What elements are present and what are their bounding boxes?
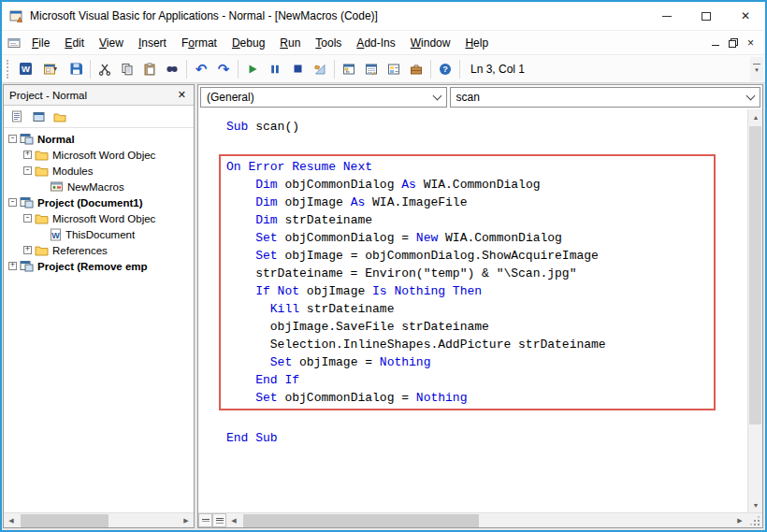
collapse-icon[interactable]: - (23, 214, 32, 223)
close-button[interactable]: ✕ (726, 2, 765, 30)
menu-edit[interactable]: Edit (57, 33, 92, 53)
design-mode-button[interactable] (309, 58, 331, 80)
undo-button[interactable]: ↶ (190, 58, 212, 80)
help-button[interactable]: ? (434, 58, 456, 80)
menu-insert[interactable]: Insert (131, 33, 174, 53)
code-window-hscrollbar: ◀ ▶ (198, 512, 762, 527)
object-dropdown[interactable]: (General) (200, 87, 447, 108)
menu-tools[interactable]: Tools (308, 33, 349, 53)
tree-item-normal[interactable]: -Normal (6, 131, 194, 147)
vscroll-thumb[interactable] (749, 126, 761, 424)
toolbar-overflow-button[interactable]: ▾ (750, 57, 763, 81)
redo-button[interactable]: ↷ (212, 58, 235, 80)
code-block: Sub scan() (226, 118, 744, 153)
toggle-folders-button[interactable] (51, 108, 69, 125)
reset-button[interactable] (286, 58, 309, 80)
project-tree[interactable]: -Normal+Microsoft Word Objec-ModulesNewM… (4, 128, 194, 512)
menu-window[interactable]: Window (403, 33, 458, 53)
undo-icon: ↶ (195, 62, 208, 76)
menu-file[interactable]: File (24, 33, 57, 53)
scroll-up-button[interactable]: ▲ (748, 109, 763, 124)
menu-run[interactable]: Run (272, 33, 308, 53)
code-keyword: Nothing (380, 355, 431, 369)
code-keyword: Dim (255, 195, 277, 209)
properties-window-button[interactable] (360, 58, 383, 80)
procedure-dropdown[interactable]: scan (450, 87, 760, 108)
procedure-view-button[interactable] (198, 513, 212, 527)
paste-button[interactable] (138, 58, 161, 80)
scroll-left-button[interactable]: ◀ (226, 513, 241, 528)
scroll-left-button[interactable]: ◀ (4, 513, 19, 528)
mdi-restore-button[interactable] (729, 38, 738, 48)
vscroll-track[interactable] (748, 124, 762, 497)
run-button[interactable] (241, 58, 264, 80)
maximize-icon (702, 12, 711, 21)
resize-grip[interactable] (747, 513, 762, 528)
toolbox-button[interactable] (405, 58, 427, 80)
view-word-button[interactable]: W (14, 58, 36, 80)
tree-item-label: Project (Document1) (37, 197, 142, 208)
find-button[interactable] (161, 58, 183, 80)
full-module-view-button[interactable] (212, 513, 226, 527)
code-line: Dim objImage As WIA.ImageFile (226, 194, 714, 211)
menu-help[interactable]: Help (457, 33, 496, 53)
code-keyword: Dim (255, 213, 277, 227)
save-button[interactable] (65, 58, 87, 80)
tree-item-newmacros[interactable]: NewMacros (6, 179, 194, 194)
copy-button[interactable] (116, 58, 138, 80)
worddoc-icon: W (50, 228, 62, 241)
object-browser-button[interactable] (383, 58, 405, 80)
expand-icon[interactable]: + (23, 151, 32, 159)
scroll-right-button[interactable]: ▶ (179, 513, 194, 528)
dropdown-chevron-icon: ▾ (53, 65, 57, 73)
mdi-restore-icon (729, 38, 738, 48)
toolbar-grip[interactable] (7, 60, 10, 79)
menu-bar: FileEditViewInsertFormatDebugRunToolsAdd… (2, 30, 765, 54)
tree-item-references[interactable]: +References (6, 242, 194, 258)
mdi-close-button[interactable]: × (747, 36, 754, 50)
mdi-minimize-button[interactable] (712, 39, 719, 46)
insert-userform-button[interactable]: ▾ (36, 58, 65, 80)
expand-icon[interactable]: + (8, 262, 17, 270)
break-button[interactable] (264, 58, 286, 80)
vertical-scrollbar[interactable]: ▲ ▼ (747, 109, 762, 512)
expand-icon[interactable]: + (23, 246, 32, 254)
collapse-icon[interactable]: - (8, 198, 17, 207)
hscroll-thumb[interactable] (243, 514, 479, 527)
menu-debug[interactable]: Debug (224, 33, 272, 53)
tree-item-project-document1[interactable]: -Project (Document1) (6, 194, 194, 210)
code-text: strDateiname (299, 302, 394, 316)
project-panel-hscrollbar[interactable]: ◀ ▶ (4, 512, 194, 527)
tree-item-microsoft-word-objec[interactable]: +Microsoft Word Objec (6, 147, 194, 163)
scroll-right-button[interactable]: ▶ (732, 513, 747, 528)
minimize-button[interactable] (647, 2, 687, 30)
menu-view[interactable]: View (92, 33, 131, 53)
code-text: strDateiname = Environ("temp") & "\Scan.… (226, 266, 576, 280)
menu-add-ins[interactable]: Add-Ins (349, 33, 402, 53)
hscroll-track[interactable] (241, 513, 732, 528)
collapse-icon[interactable]: - (8, 135, 17, 143)
project-explorer-button[interactable] (338, 58, 360, 80)
project-panel-header[interactable]: Project - Normal ✕ (4, 85, 194, 106)
cut-button[interactable] (94, 58, 116, 80)
mnemonic: A (356, 36, 364, 50)
code-text: strDateiname (278, 213, 372, 227)
collapse-icon[interactable]: - (23, 166, 32, 175)
hscroll-thumb[interactable] (21, 514, 109, 527)
view-code-button[interactable] (7, 108, 26, 125)
scroll-down-button[interactable]: ▼ (748, 497, 763, 512)
project-panel-close-button[interactable]: ✕ (174, 88, 190, 102)
tree-item-modules[interactable]: -Modules (6, 163, 194, 179)
menu-format[interactable]: Format (174, 33, 224, 53)
view-object-button[interactable] (29, 108, 48, 125)
tree-item-microsoft-word-objec[interactable]: -Microsoft Word Objec (6, 210, 194, 226)
toolbar-separator (430, 60, 431, 79)
code-line: If Not objImage Is Nothing Then (226, 282, 714, 300)
tree-item-project-remove-emp[interactable]: +Project (Remove emp (6, 258, 194, 274)
folder-icon (35, 244, 49, 256)
tree-item-thisdocument[interactable]: WThisDocument (6, 226, 194, 242)
code-editor[interactable]: Sub scan() On Error Resume Next Dim objC… (198, 109, 747, 512)
code-text (226, 302, 270, 316)
hscroll-track[interactable] (19, 513, 179, 528)
maximize-button[interactable] (687, 2, 726, 30)
